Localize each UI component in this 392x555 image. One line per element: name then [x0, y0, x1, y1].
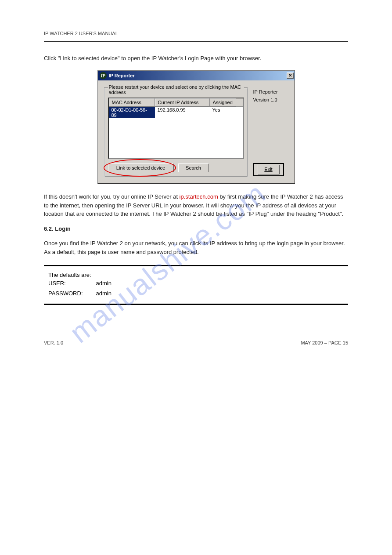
password-value: admin	[96, 288, 125, 298]
header-rule	[44, 41, 348, 42]
section-heading: 6.2. Login	[44, 225, 348, 233]
list-header: MAC Address Current IP Address Assigned	[109, 98, 243, 107]
side-version: Version 1.0	[253, 96, 288, 104]
device-list[interactable]: MAC Address Current IP Address Assigned …	[108, 98, 244, 159]
defaults-intro: The defaults are:	[48, 272, 344, 278]
ip-server-link[interactable]: ip.startech.com	[180, 193, 218, 200]
page-header: IP WATCHER 2 USER'S MANUAL	[44, 31, 348, 36]
password-label: PASSWORD:	[48, 288, 96, 298]
table-row: USER: admin	[48, 278, 125, 288]
col-mac-header[interactable]: MAC Address	[109, 98, 155, 106]
defaults-box: The defaults are: USER: admin PASSWORD: …	[44, 265, 348, 305]
close-icon[interactable]: ✕	[287, 73, 294, 79]
login-paragraph: Once you find the IP Watcher 2 on your n…	[44, 239, 348, 256]
device-group-box: Please restart your device and select on…	[104, 87, 248, 177]
user-label: USER:	[48, 278, 96, 288]
button-row: Link to selected device Search	[108, 163, 244, 172]
search-button[interactable]: Search	[178, 163, 209, 172]
cell-ip: 192.168.0.99	[155, 107, 210, 118]
cell-assigned: Yes	[210, 107, 236, 118]
col-ip-header[interactable]: Current IP Address	[155, 98, 210, 106]
exit-button[interactable]: Exit	[253, 163, 284, 176]
group-caption: Please restart your device and select on…	[108, 84, 244, 95]
ip-reporter-dialog: IP IP Reporter ✕ Please restart your dev…	[97, 70, 295, 184]
link-to-device-button[interactable]: Link to selected device	[108, 163, 174, 172]
dialog-title: IP Reporter	[109, 73, 287, 78]
ip-server-paragraph: If this doesn't work for you, try our on…	[44, 192, 348, 218]
table-row: PASSWORD: admin	[48, 288, 125, 298]
dialog-body: Please restart your device and select on…	[98, 80, 295, 183]
footer-page: MAY 2009 – PAGE 15	[301, 340, 348, 345]
titlebar: IP IP Reporter ✕	[98, 71, 295, 80]
defaults-table: USER: admin PASSWORD: admin	[48, 278, 125, 298]
col-assigned-header[interactable]: Assigned	[210, 98, 236, 106]
side-info: IP Reporter Version 1.0 Exit	[253, 87, 288, 177]
page-footer: VER. 1.0 MAY 2009 – PAGE 15	[44, 340, 348, 345]
app-icon: IP	[100, 72, 107, 79]
intro-text: Click "Link to selected device" to open …	[44, 55, 348, 62]
table-row[interactable]: 00-02-D1-00-56-89 192.168.0.99 Yes	[109, 107, 243, 118]
footer-version: VER. 1.0	[44, 340, 63, 345]
user-value: admin	[96, 278, 125, 288]
dialog-container: IP IP Reporter ✕ Please restart your dev…	[44, 70, 348, 184]
side-app-name: IP Reporter	[253, 88, 288, 96]
cell-mac: 00-02-D1-00-56-89	[109, 107, 155, 118]
